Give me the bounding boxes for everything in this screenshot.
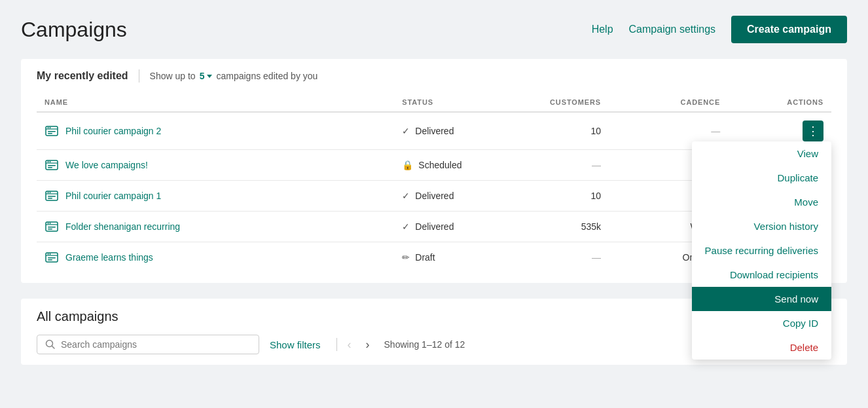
pagination-label: Showing 1–12 of 12 [384, 339, 465, 350]
search-icon [45, 339, 56, 350]
svg-point-3 [50, 127, 51, 128]
header-actions: Help Campaign settings Create campaign [592, 16, 847, 43]
status-cell: 🔒 Scheduled [402, 160, 505, 170]
campaign-icon [45, 158, 59, 172]
status-cell: ✓ Delivered [402, 221, 505, 232]
status-cell: ✓ Delivered [402, 126, 505, 136]
svg-point-27 [50, 253, 51, 255]
campaign-icon [45, 124, 59, 138]
customers-dash: — [592, 252, 601, 263]
col-header-actions: ACTIONS [728, 93, 831, 112]
table-body: Phil courier campaign 2 ✓ Delivered 10—⋮… [37, 112, 831, 272]
prev-page-button[interactable]: ‹ [342, 335, 357, 354]
table-header: NAME STATUS CUSTOMERS CADENCE ACTIONS [37, 93, 831, 112]
dropdown-item[interactable]: Copy ID [692, 311, 831, 335]
campaigns-table: NAME STATUS CUSTOMERS CADENCE ACTIONS [37, 93, 831, 272]
svg-rect-11 [48, 167, 52, 168]
status-icon: ✓ [402, 126, 410, 136]
campaign-icon [45, 219, 59, 234]
chevron-down-icon [207, 75, 212, 78]
campaign-link[interactable]: We love campaigns! [65, 160, 148, 170]
customers-dash: — [592, 160, 601, 170]
show-up-to-suffix: campaigns edited by you [216, 71, 317, 81]
page-header: Campaigns Help Campaign settings Create … [21, 16, 847, 43]
search-input[interactable] [61, 339, 251, 350]
recently-edited-header: My recently edited Show up to 5 campaign… [37, 69, 831, 83]
cadence-dash: — [711, 126, 720, 136]
svg-rect-29 [48, 259, 52, 261]
status-label: Delivered [415, 126, 454, 136]
actions-cell: ⋮ViewDuplicateMoveVersion historyPause r… [728, 112, 831, 150]
table-row: Phil courier campaign 2 ✓ Delivered 10—⋮… [37, 112, 831, 150]
campaign-icon [45, 250, 59, 265]
customers-cell: 10 [513, 112, 609, 150]
customers-cell: 535k [513, 212, 609, 242]
campaign-name-cell: Graeme learns things [45, 250, 386, 265]
show-up-to-dropdown[interactable]: 5 [200, 71, 213, 81]
svg-rect-10 [48, 165, 56, 166]
help-link[interactable]: Help [592, 24, 613, 35]
campaign-link[interactable]: Phil courier campaign 1 [65, 191, 161, 201]
search-box [37, 335, 259, 354]
col-header-cadence: CADENCE [609, 93, 728, 112]
status-icon: ✓ [402, 221, 410, 232]
campaign-name-cell: Folder shenanigan recurring [45, 219, 386, 234]
svg-rect-17 [48, 198, 52, 199]
recently-edited-title: My recently edited [37, 70, 128, 82]
svg-point-26 [48, 253, 49, 255]
svg-point-9 [50, 161, 51, 162]
customers-cell: — [513, 242, 609, 273]
col-header-name: NAME [37, 93, 394, 112]
status-label: Draft [415, 252, 435, 263]
dropdown-item[interactable]: Pause recurring deliveries [692, 238, 831, 263]
svg-rect-5 [48, 133, 52, 134]
pagination-controls: ‹ › Showing 1–12 of 12 [342, 335, 465, 354]
svg-point-2 [48, 127, 49, 128]
svg-point-21 [50, 223, 51, 224]
status-icon: ✏ [402, 252, 410, 263]
dropdown-item[interactable]: Duplicate [692, 166, 831, 190]
show-up-to-label: Show up to [150, 71, 196, 81]
svg-rect-22 [48, 227, 56, 228]
actions-dropdown: ViewDuplicateMoveVersion historyPause re… [692, 141, 831, 360]
dropdown-item[interactable]: Delete [692, 335, 831, 360]
recently-edited-section: My recently edited Show up to 5 campaign… [21, 59, 847, 283]
campaign-link[interactable]: Folder shenanigan recurring [65, 221, 180, 232]
create-campaign-button[interactable]: Create campaign [731, 16, 847, 43]
svg-point-8 [48, 161, 49, 162]
svg-point-15 [50, 192, 51, 193]
dropdown-item[interactable]: Send now [692, 287, 831, 311]
status-icon: 🔒 [402, 160, 413, 170]
actions-menu-button[interactable]: ⋮ [803, 121, 823, 141]
next-page-button[interactable]: › [361, 335, 375, 354]
svg-point-20 [48, 223, 49, 224]
col-header-customers: CUSTOMERS [513, 93, 609, 112]
customers-cell: — [513, 150, 609, 181]
svg-line-31 [52, 346, 55, 349]
campaign-link[interactable]: Graeme learns things [65, 252, 153, 263]
campaign-icon [45, 189, 59, 203]
svg-rect-4 [48, 131, 56, 132]
status-label: Scheduled [418, 160, 461, 170]
svg-rect-16 [48, 196, 56, 197]
campaign-name-cell: Phil courier campaign 2 [45, 124, 386, 138]
svg-point-14 [48, 192, 49, 193]
status-cell: ✏ Draft [402, 252, 505, 263]
dropdown-item[interactable]: Version history [692, 214, 831, 238]
header-divider [139, 69, 139, 83]
dropdown-item[interactable]: Move [692, 190, 831, 214]
customers-cell: 10 [513, 181, 609, 212]
status-icon: ✓ [402, 191, 410, 201]
filter-divider [336, 338, 337, 351]
dropdown-item[interactable]: View [692, 141, 831, 166]
svg-rect-28 [48, 257, 56, 259]
status-label: Delivered [415, 221, 454, 232]
status-cell: ✓ Delivered [402, 191, 505, 201]
campaign-link[interactable]: Phil courier campaign 2 [65, 126, 161, 136]
dropdown-item[interactable]: Download recipients [692, 263, 831, 287]
show-filters-button[interactable]: Show filters [259, 335, 331, 354]
campaign-name-cell: Phil courier campaign 1 [45, 189, 386, 203]
col-header-status: STATUS [394, 93, 513, 112]
campaign-name-cell: We love campaigns! [45, 158, 386, 172]
campaign-settings-link[interactable]: Campaign settings [629, 24, 716, 35]
